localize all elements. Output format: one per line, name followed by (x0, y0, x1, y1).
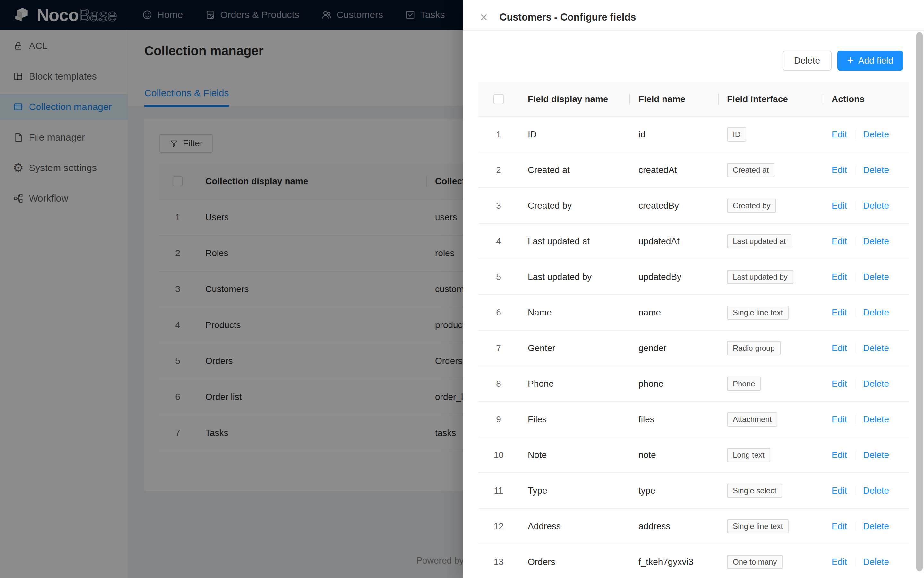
field-interface-cell: Single line text (718, 519, 823, 533)
row-index: 3 (496, 201, 501, 211)
row-actions: EditDelete (823, 129, 909, 140)
row-index: 8 (496, 379, 501, 389)
row-actions: EditDelete (823, 521, 909, 531)
row-actions: EditDelete (823, 485, 909, 496)
delete-link[interactable]: Delete (863, 236, 889, 247)
actions-divider (855, 522, 855, 531)
field-interface-cell: Single line text (718, 305, 823, 320)
delete-button[interactable]: Delete (783, 51, 832, 71)
table-row[interactable]: 8PhonephonePhoneEditDelete (478, 366, 909, 402)
table-row[interactable]: 12AddressaddressSingle line textEditDele… (478, 509, 909, 544)
edit-link[interactable]: Edit (832, 557, 847, 567)
table-row[interactable]: 9FilesfilesAttachmentEditDelete (478, 402, 909, 437)
table-row[interactable]: 13Ordersf_tkeh7gyxvi3One to manyEditDele… (478, 544, 909, 578)
table-row[interactable]: 1IDidIDEditDelete (478, 117, 909, 153)
edit-link[interactable]: Edit (832, 521, 847, 531)
actions-divider (855, 379, 855, 388)
field-display-name: Created at (519, 165, 629, 175)
edit-link[interactable]: Edit (832, 343, 847, 353)
close-icon[interactable] (478, 12, 489, 23)
edit-link[interactable]: Edit (832, 307, 847, 318)
edit-link[interactable]: Edit (832, 201, 847, 211)
table-row[interactable]: 3Created bycreatedByCreated byEditDelete (478, 188, 909, 224)
edit-link[interactable]: Edit (832, 450, 847, 460)
delete-link[interactable]: Delete (863, 414, 889, 425)
row-actions: EditDelete (823, 379, 909, 389)
field-interface-cell: ID (718, 127, 823, 141)
drawer-toolbar: Delete + Add field (478, 51, 909, 71)
field-interface-cell: Single select (718, 484, 823, 498)
drawer-header: Customers - Configure fields (463, 0, 924, 31)
row-index: 10 (493, 450, 503, 460)
field-interface-cell: Last updated at (718, 234, 823, 248)
actions-divider (855, 308, 855, 317)
row-actions: EditDelete (823, 343, 909, 353)
delete-link[interactable]: Delete (863, 307, 889, 318)
field-interface-tag: Created by (727, 199, 776, 213)
edit-link[interactable]: Edit (832, 165, 847, 175)
row-index: 5 (496, 272, 501, 282)
field-interface-tag: Attachment (727, 412, 777, 427)
column-header-field-interface: Field interface (718, 94, 823, 104)
add-field-button[interactable]: + Add field (837, 51, 903, 71)
table-row[interactable]: 5Last updated byupdatedByLast updated by… (478, 259, 909, 295)
edit-link[interactable]: Edit (832, 272, 847, 282)
field-display-name: Files (519, 414, 629, 425)
table-row[interactable]: 6NamenameSingle line textEditDelete (478, 295, 909, 331)
field-display-name: Type (519, 485, 629, 496)
table-row[interactable]: 4Last updated atupdatedAtLast updated at… (478, 224, 909, 259)
delete-link[interactable]: Delete (863, 379, 889, 389)
delete-link[interactable]: Delete (863, 557, 889, 567)
table-row[interactable]: 10NotenoteLong textEditDelete (478, 437, 909, 473)
edit-link[interactable]: Edit (832, 414, 847, 425)
row-index: 9 (496, 414, 501, 425)
delete-link[interactable]: Delete (863, 201, 889, 211)
edit-link[interactable]: Edit (832, 379, 847, 389)
field-display-name: Address (519, 521, 629, 531)
table-row[interactable]: 2Created atcreatedAtCreated atEditDelete (478, 153, 909, 188)
field-display-name: Phone (519, 379, 629, 389)
add-field-button-label: Add field (858, 55, 893, 66)
select-all-fields-checkbox[interactable] (493, 94, 504, 104)
row-index: 6 (496, 307, 501, 318)
delete-link[interactable]: Delete (863, 165, 889, 175)
row-actions: EditDelete (823, 450, 909, 460)
field-display-name: Name (519, 307, 629, 318)
edit-link[interactable]: Edit (832, 129, 847, 140)
field-interface-tag: Created at (727, 163, 775, 177)
field-interface-tag: Phone (727, 377, 761, 391)
field-interface-cell: Last updated by (718, 270, 823, 284)
table-row[interactable]: 7GentergenderRadio groupEditDelete (478, 331, 909, 366)
delete-link[interactable]: Delete (863, 450, 889, 460)
field-interface-tag: Last updated at (727, 234, 791, 248)
column-header-field-display-name: Field display name (519, 94, 629, 104)
drawer-body: Delete + Add field Field display name Fi… (478, 31, 909, 578)
fields-table-header: Field display name Field name Field inte… (478, 82, 909, 117)
delete-link[interactable]: Delete (863, 129, 889, 140)
field-interface-cell: Radio group (718, 341, 823, 355)
row-index: 7 (496, 343, 501, 353)
field-display-name: Orders (519, 557, 629, 567)
edit-link[interactable]: Edit (832, 485, 847, 496)
delete-link[interactable]: Delete (863, 485, 889, 496)
row-index: 12 (493, 521, 503, 531)
actions-divider (855, 415, 855, 424)
row-actions: EditDelete (823, 236, 909, 247)
field-name: phone (629, 379, 718, 389)
field-name: updatedBy (629, 272, 718, 282)
fields-table: Field display name Field name Field inte… (478, 82, 909, 578)
delete-link[interactable]: Delete (863, 521, 889, 531)
table-row[interactable]: 11TypetypeSingle selectEditDelete (478, 473, 909, 509)
field-interface-tag: Radio group (727, 341, 781, 355)
drawer-scrollbar[interactable] (916, 32, 923, 571)
field-interface-cell: One to many (718, 555, 823, 569)
edit-link[interactable]: Edit (832, 236, 847, 247)
field-name: gender (629, 343, 718, 353)
delete-link[interactable]: Delete (863, 343, 889, 353)
delete-link[interactable]: Delete (863, 272, 889, 282)
field-name: note (629, 450, 718, 460)
field-interface-tag: Long text (727, 448, 770, 462)
field-name: id (629, 129, 718, 140)
field-interface-tag: Single line text (727, 305, 789, 320)
actions-divider (855, 273, 855, 281)
